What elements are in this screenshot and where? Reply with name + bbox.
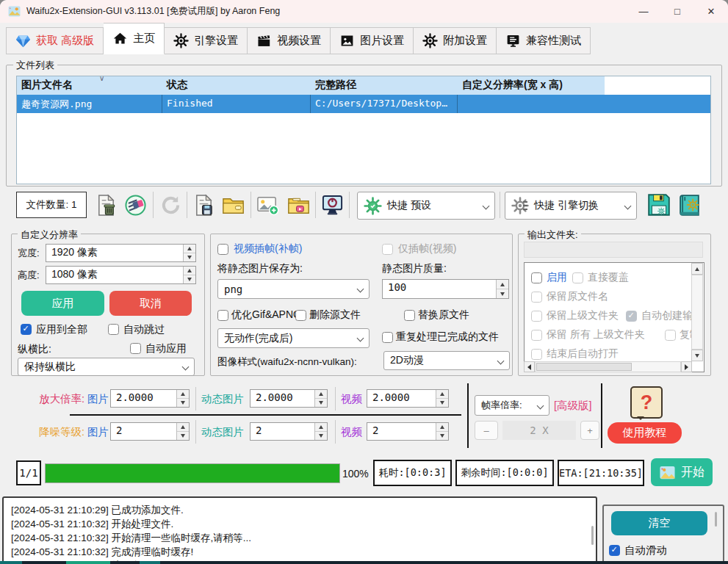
table-row[interactable]: 趣奇资源网.png Finished C:/Users/17371/Deskto… (17, 95, 710, 113)
column-header-resolution[interactable]: 自定义分辨率(宽 x 高) (458, 76, 605, 95)
auto-skip-checkbox[interactable] (108, 324, 119, 335)
quick-preset-dropdown[interactable]: 快捷 预设 (357, 192, 495, 220)
column-header-filename[interactable]: ∨ 图片文件名 (17, 76, 162, 95)
spin-buttons[interactable] (176, 390, 189, 407)
log-scrollbar-thumb[interactable] (591, 526, 594, 545)
file-table[interactable]: ∨ 图片文件名 状态 完整路径 自定义分辨率(宽 x 高) 趣奇资源网.png … (16, 76, 711, 184)
denoise-video-spinbox[interactable]: 2 (367, 422, 449, 441)
spin-buttons[interactable] (496, 280, 508, 298)
overwrite-checkbox[interactable] (572, 272, 583, 283)
framerate-plus-button[interactable]: + (580, 421, 599, 440)
spin-buttons[interactable] (314, 390, 327, 407)
apply-button[interactable]: 应用 (21, 291, 104, 316)
spin-buttons[interactable] (176, 423, 189, 440)
auto-apply-checkbox[interactable] (130, 343, 141, 354)
optimize-gif-checkbox[interactable] (217, 310, 228, 321)
spin-buttons[interactable] (436, 390, 448, 407)
post-action-dropdown[interactable]: 无动作(完成后) (217, 328, 370, 348)
image-style-dropdown[interactable]: 2D动漫 (383, 351, 510, 370)
zoom-image-spinbox[interactable]: 2.0000 (110, 389, 190, 408)
minimize-button[interactable]: — (627, 0, 660, 23)
zoom-video-spinbox[interactable]: 2.0000 (367, 389, 449, 408)
cell-path[interactable]: C:/Users/17371/Desktop… (311, 95, 458, 113)
replace-original-checkbox[interactable] (404, 310, 415, 321)
width-spinbox[interactable]: 1920 像素 (46, 244, 196, 262)
output-enable-checkbox[interactable] (531, 272, 542, 283)
aspect-mode-dropdown[interactable]: 保持纵横比 (18, 358, 195, 376)
scroll-up-button[interactable] (691, 263, 703, 275)
save-settings-button[interactable] (644, 189, 674, 220)
horizontal-scrollbar[interactable] (535, 361, 681, 372)
cancel-button[interactable]: 取消 (109, 291, 192, 316)
framerate-minus-button[interactable]: – (475, 421, 498, 440)
framerate-multiplier-dropdown[interactable]: 帧率倍率: (475, 395, 549, 416)
cell-resolution[interactable] (458, 95, 605, 113)
add-video-button[interactable] (284, 190, 313, 220)
tab-label: 图片设置 (360, 34, 404, 48)
spin-buttons[interactable] (183, 245, 195, 261)
preset-gear-icon (364, 197, 382, 215)
premium-tag: [高级版] (554, 399, 592, 413)
denoise-image-spinbox[interactable]: 2 (110, 422, 190, 441)
denoise-anim-spinbox[interactable]: 2 (250, 422, 328, 441)
maximize-button[interactable]: □ (660, 0, 694, 23)
auto-open-checkbox[interactable] (531, 349, 542, 360)
quick-engine-dropdown[interactable]: 快捷 引擎切换 (505, 192, 637, 220)
tab-home[interactable]: 主页 (104, 23, 165, 54)
remove-file-button[interactable] (91, 190, 120, 220)
tab-video-settings[interactable]: 视频设置 (248, 27, 331, 54)
anim-label: 动态图片 (201, 392, 244, 406)
spin-buttons[interactable] (314, 423, 327, 440)
open-folder-button[interactable] (218, 190, 248, 220)
scroll-down-button[interactable] (691, 350, 703, 361)
vfi-checkbox[interactable] (217, 244, 228, 255)
tutorial-button[interactable]: 使用教程 (608, 422, 682, 444)
keep-all-parents-checkbox[interactable] (531, 330, 542, 341)
tab-get-premium[interactable]: 获取 高级版 (6, 27, 104, 54)
spin-buttons[interactable] (183, 267, 195, 283)
tab-additional-settings[interactable]: 附加设置 (414, 27, 497, 54)
auto-scroll-checkbox[interactable] (609, 545, 620, 556)
tab-engine-settings[interactable]: 引擎设置 (165, 27, 248, 54)
column-label: 自定义分辨率(宽 x 高) (462, 79, 563, 90)
vertical-scrollbar[interactable] (691, 275, 703, 350)
column-header-status[interactable]: 状态 (162, 76, 311, 95)
tab-compatibility-test[interactable]: 兼容性测试 (497, 27, 591, 54)
refresh-button[interactable] (156, 190, 185, 220)
output-path-input[interactable] (524, 242, 703, 258)
chevron-down-icon (357, 335, 364, 342)
vfi-only-checkbox[interactable] (382, 244, 393, 255)
zoom-anim-spinbox[interactable]: 2.0000 (250, 389, 328, 408)
column-header-path[interactable]: 完整路径 (311, 76, 458, 95)
close-button[interactable]: ✕ (694, 0, 728, 23)
copy-checkbox[interactable] (665, 330, 676, 341)
delete-source-checkbox[interactable] (295, 310, 306, 321)
cell-filename[interactable]: 趣奇资源网.png (17, 95, 162, 113)
settings-guide-button[interactable] (675, 189, 704, 220)
start-button[interactable]: 开始 (651, 458, 713, 486)
spin-buttons[interactable] (436, 423, 448, 440)
cell-status[interactable]: Finished (162, 95, 311, 113)
tab-image-settings[interactable]: 图片设置 (331, 27, 414, 54)
height-spinbox[interactable]: 1080 像素 (46, 266, 196, 284)
chevron-down-icon (497, 357, 505, 364)
scrollbar-thumb[interactable] (536, 363, 632, 371)
image-format-dropdown[interactable]: png (217, 279, 370, 299)
clear-list-button[interactable] (120, 190, 150, 220)
add-image-button[interactable] (253, 190, 282, 220)
save-file-list-button[interactable] (189, 190, 218, 220)
scroll-right-button[interactable] (681, 361, 692, 372)
apply-all-checkbox[interactable] (21, 324, 32, 335)
panel-scrollbar-thumb[interactable] (715, 512, 717, 527)
quality-spinbox[interactable]: 100 (382, 279, 509, 299)
reprocess-checkbox[interactable] (382, 332, 393, 343)
keep-filename-checkbox[interactable] (531, 292, 542, 303)
video-label: 视频 (341, 425, 362, 439)
auto-create-checkbox[interactable] (626, 311, 637, 322)
shutdown-option-button[interactable] (317, 190, 347, 220)
log-output[interactable]: [2024-05-31 21:10:29] 已成功添加文件. [2024-05-… (2, 496, 597, 564)
clear-log-button[interactable]: 清空 (611, 511, 707, 535)
app-icon (8, 5, 21, 18)
keep-parent-checkbox[interactable] (531, 311, 542, 322)
scroll-left-button[interactable] (524, 361, 535, 372)
